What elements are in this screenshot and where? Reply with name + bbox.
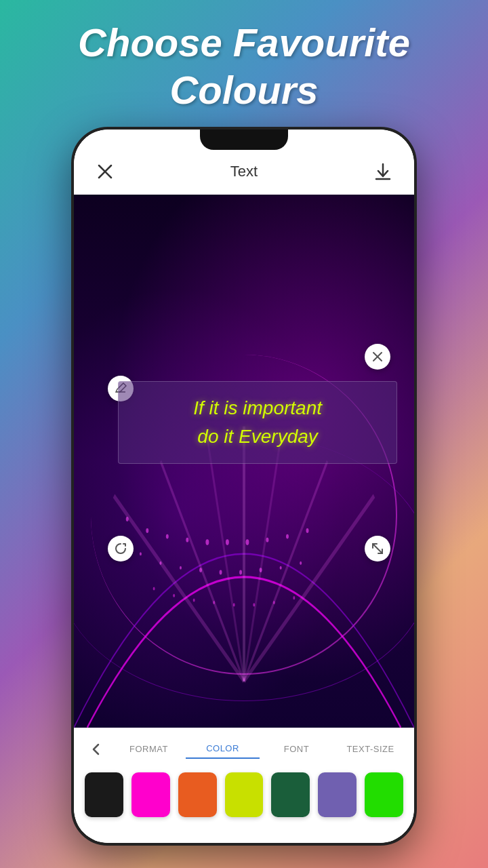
svg-line-31 — [114, 496, 244, 681]
svg-point-5 — [146, 528, 148, 533]
overlay-text-line1: If it is important — [193, 394, 322, 422]
tab-bar: FORMAT COLOR FONT TEXT-SIZE — [74, 728, 414, 764]
swatch-dark-green[interactable] — [271, 772, 310, 817]
svg-point-12 — [286, 534, 289, 539]
swatch-yellow-green[interactable] — [225, 772, 264, 817]
svg-point-14 — [140, 552, 142, 555]
phone-inner: Text — [74, 130, 414, 843]
screen-title: Text — [230, 163, 258, 180]
resize-handle[interactable] — [365, 536, 390, 561]
download-button[interactable] — [371, 159, 395, 184]
svg-point-10 — [245, 540, 249, 546]
bottom-panel: FORMAT COLOR FONT TEXT-SIZE — [74, 728, 414, 843]
swatch-magenta[interactable] — [131, 772, 170, 817]
close-button[interactable] — [93, 159, 117, 184]
tab-text-size[interactable]: TEXT-SIZE — [333, 740, 407, 758]
swatch-green[interactable] — [365, 772, 403, 817]
color-swatches — [74, 764, 414, 831]
swatch-purple[interactable] — [318, 772, 357, 817]
svg-point-22 — [300, 561, 302, 565]
svg-point-23 — [153, 587, 155, 591]
tab-font[interactable]: FONT — [260, 740, 333, 758]
svg-point-30 — [293, 596, 295, 599]
svg-point-9 — [226, 540, 229, 546]
svg-point-21 — [280, 566, 282, 570]
back-button[interactable] — [81, 742, 112, 757]
svg-point-6 — [166, 534, 169, 539]
phone-notch — [200, 130, 288, 150]
svg-point-19 — [239, 570, 242, 575]
page-title: Choose Favourite Colours — [51, 0, 437, 127]
tab-format[interactable]: FORMAT — [112, 740, 186, 758]
svg-line-37 — [244, 496, 374, 681]
remove-handle[interactable] — [365, 344, 390, 370]
svg-point-18 — [220, 570, 222, 575]
svg-point-16 — [180, 566, 182, 570]
canvas-area: If it is important do it Everyday — [74, 195, 414, 728]
phone-frame: Text — [71, 127, 417, 846]
svg-line-41 — [373, 544, 382, 553]
text-overlay-box[interactable]: If it is important do it Everyday — [118, 381, 397, 464]
svg-point-13 — [306, 528, 309, 533]
swatch-black[interactable] — [85, 772, 123, 817]
svg-point-25 — [193, 599, 195, 602]
svg-line-36 — [244, 461, 327, 682]
svg-line-32 — [161, 461, 244, 682]
tab-color[interactable]: COLOR — [186, 739, 260, 759]
overlay-text-line2: do it Everyday — [197, 422, 317, 451]
svg-point-8 — [205, 540, 209, 546]
svg-point-7 — [186, 538, 188, 542]
swatch-orange[interactable] — [178, 772, 217, 817]
svg-point-24 — [173, 594, 175, 597]
